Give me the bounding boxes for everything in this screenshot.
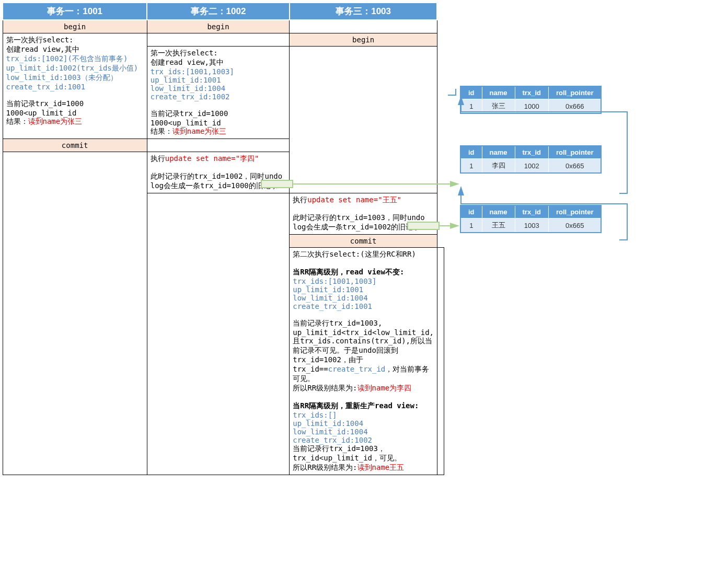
val-name: 李四	[482, 159, 515, 174]
text: 当RR隔离级别，read view不变:	[293, 268, 434, 277]
text: create_trx_id:1001	[6, 83, 144, 91]
empty-cell	[437, 248, 444, 475]
col-ptr: roll_pointer	[548, 86, 601, 99]
empty-cell	[147, 139, 290, 152]
text: up_limit_id:1002(trx_ids最小值)	[6, 64, 144, 73]
text: trx_ids:[1001,1003]	[151, 67, 286, 76]
tx3-update-cell: 执行update set name="王五" 此时记录行的trx_id=1003…	[290, 193, 437, 235]
text: update set name="李四"	[165, 154, 259, 163]
transaction-table: 事务一：1001 事务二：1002 事务三：1003 begin begin 第…	[2, 2, 444, 475]
tx2-update-cell: 执行update set name="李四" 此时记录行的trx_id=1002…	[147, 152, 290, 193]
col-ptr: roll_pointer	[548, 146, 601, 159]
text: 读到name为李四	[357, 384, 412, 392]
text: trx_id==	[293, 365, 328, 373]
col-name: name	[482, 146, 515, 159]
text: trx_ids:[1001,1003]	[293, 277, 434, 285]
text: 第一次执行select:	[6, 36, 144, 45]
text: 创建read view,其中	[151, 58, 286, 67]
commit-cell-3: commit	[290, 235, 437, 248]
record-version-3: id name trx_id roll_pointer 1 王五 1003 0x…	[460, 205, 602, 233]
tx2-second-select-cell: 第二次执行select:(这里分RC和RR) 当RR隔离级别，read view…	[290, 248, 437, 475]
begin-cell-2: begin	[147, 20, 290, 33]
header-tx3: 事务三：1003	[290, 3, 437, 20]
text: 执行	[293, 195, 307, 204]
text: 1000<up_limit_id	[6, 109, 144, 117]
text: create_trx_id	[328, 365, 386, 373]
text: 结果：	[151, 127, 172, 135]
text: 读到name为张三	[28, 117, 83, 125]
empty-cell	[290, 20, 437, 33]
empty-cell	[147, 33, 290, 47]
col-trx: trx_id	[515, 205, 548, 218]
text: 第二次执行select:(这里分RC和RR)	[293, 250, 434, 259]
val-id: 1	[460, 99, 482, 114]
text: 执行	[151, 154, 165, 163]
update-line: 执行update set name="李四"	[151, 154, 286, 164]
text: 当前记录trx_id=1000	[151, 109, 286, 119]
text: 结果：	[6, 117, 28, 125]
text: 当前记录行trx_id=1003，	[293, 444, 434, 454]
val-name: 王五	[482, 218, 515, 233]
val-trx: 1000	[515, 99, 548, 114]
result-line: 所以RR级别结果为:读到name王五	[293, 463, 434, 472]
text: 此时记录行的trx_id=1003，同时undo log会生成一条trx_id=…	[293, 213, 434, 232]
col-ptr: roll_pointer	[548, 205, 601, 218]
version-chain-panel: id name trx_id roll_pointer 1 张三 1000 0x…	[460, 2, 602, 233]
col-name: name	[482, 205, 515, 218]
col-trx: trx_id	[515, 146, 548, 159]
empty-cell	[290, 47, 437, 193]
empty-cell	[3, 152, 147, 475]
text: 所以RR级别结果为:	[293, 463, 357, 471]
text: up_limit_id:1004	[293, 419, 434, 428]
val-trx: 1002	[515, 159, 548, 174]
text: 读到name为张三	[172, 127, 227, 135]
tx2-select-cell: 第一次执行select: 创建read view,其中 trx_ids:[100…	[147, 47, 290, 139]
text-line: trx_id==create_trx_id，对当前事务可见。	[293, 365, 434, 384]
text: 当RR隔离级别，重新生产read view:	[293, 401, 434, 411]
text: low_limit_id:1004	[151, 84, 286, 93]
header-tx2: 事务二：1002	[147, 3, 290, 20]
col-id: id	[460, 205, 482, 218]
val-ptr: 0x665	[548, 159, 601, 174]
begin-cell-3: begin	[290, 33, 437, 47]
text: low_limit_id:1003（未分配）	[6, 73, 144, 83]
text: up_limit_id:1001	[151, 76, 286, 84]
text: 且trx_ids.contains(trx_id),所以当前记录不可见。于是un…	[293, 337, 434, 365]
text: up_limit_id:1001	[293, 285, 434, 294]
result-line: 结果：读到name为张三	[6, 117, 144, 126]
text: 当前记录trx_id=1000	[6, 99, 144, 109]
col-id: id	[460, 146, 482, 159]
record-version-1: id name trx_id roll_pointer 1 张三 1000 0x…	[460, 86, 602, 114]
val-id: 1	[460, 159, 482, 174]
update-line: 执行update set name="王五"	[293, 195, 434, 205]
result-line: 所以RR级别结果为:读到name为李四	[293, 384, 434, 393]
text: 第一次执行select:	[151, 49, 286, 58]
val-ptr: 0x665	[548, 218, 601, 233]
col-name: name	[482, 86, 515, 99]
text: 1000<up_limit_id	[151, 119, 286, 127]
record-version-2: id name trx_id roll_pointer 1 李四 1002 0x…	[460, 145, 602, 174]
text: 此时记录行的trx_id=1002，同时undo log会生成一条trx_id=…	[151, 172, 286, 191]
col-id: id	[460, 86, 482, 99]
result-line: 结果：读到name为张三	[151, 127, 286, 136]
text: low_limit_id:1004	[293, 294, 434, 302]
text: 读到name王五	[357, 463, 405, 471]
text: 创建read view,其中	[6, 45, 144, 54]
text: create_trx_id:1002	[151, 93, 286, 101]
val-id: 1	[460, 218, 482, 233]
text: trx_id<up_limit_id，可见。	[293, 454, 434, 463]
commit-cell-1: commit	[3, 139, 147, 152]
col-trx: trx_id	[515, 86, 548, 99]
text: up_limit_id<trx_id<low_limit_id,	[293, 328, 434, 337]
text: low_limit_id:1004	[293, 428, 434, 436]
header-tx1: 事务一：1001	[3, 3, 147, 20]
text: create_trx_id:1001	[293, 302, 434, 310]
val-name: 张三	[482, 99, 515, 114]
text: update set name="王五"	[307, 195, 401, 204]
text: 所以RR级别结果为:	[293, 384, 357, 392]
text: create_trx_id:1002	[293, 436, 434, 444]
begin-cell-1: begin	[3, 20, 147, 33]
text: trx_ids:[]	[293, 411, 434, 419]
text: trx_ids:[1002](不包含当前事务)	[6, 54, 144, 64]
val-ptr: 0x666	[548, 99, 601, 114]
